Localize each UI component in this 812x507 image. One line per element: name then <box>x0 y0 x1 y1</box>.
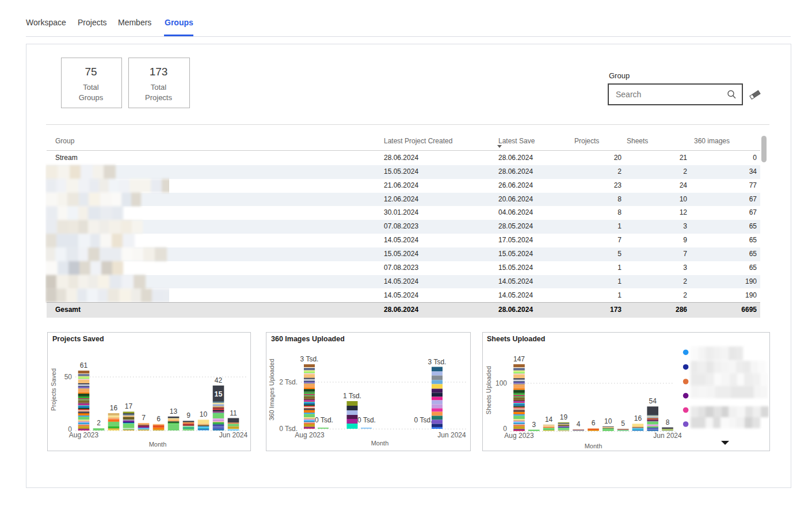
svg-text:15: 15 <box>215 390 223 398</box>
svg-text:360 Images Uploaded: 360 Images Uploaded <box>268 359 275 421</box>
svg-text:4: 4 <box>577 420 581 428</box>
svg-text:42: 42 <box>215 376 223 384</box>
svg-text:Jun 2024: Jun 2024 <box>219 431 248 439</box>
svg-text:19: 19 <box>560 413 568 421</box>
svg-text:3 Tsd.: 3 Tsd. <box>428 358 447 366</box>
svg-text:9: 9 <box>186 411 190 420</box>
svg-text:10: 10 <box>200 410 208 418</box>
svg-text:Month: Month <box>149 441 167 448</box>
svg-text:2 Tsd.: 2 Tsd. <box>279 378 298 386</box>
svg-text:3 Tsd.: 3 Tsd. <box>300 355 319 363</box>
svg-text:360 Images Uploaded: 360 Images Uploaded <box>271 335 345 343</box>
svg-text:13: 13 <box>170 407 178 415</box>
svg-text:Aug 2023: Aug 2023 <box>504 432 534 440</box>
svg-text:54: 54 <box>649 397 657 405</box>
svg-text:0 Tsd.: 0 Tsd. <box>414 416 433 424</box>
svg-text:16: 16 <box>110 404 118 412</box>
svg-text:Projects Saved: Projects Saved <box>52 335 104 343</box>
svg-text:7: 7 <box>142 414 146 422</box>
svg-text:Sheets Uploaded: Sheets Uploaded <box>487 335 545 343</box>
svg-text:50: 50 <box>64 373 73 381</box>
svg-text:14: 14 <box>545 415 553 424</box>
svg-text:11: 11 <box>230 409 237 417</box>
svg-text:1 Tsd.: 1 Tsd. <box>343 392 361 400</box>
svg-text:3: 3 <box>532 421 536 429</box>
svg-text:Jun 2024: Jun 2024 <box>653 432 682 440</box>
svg-text:6: 6 <box>157 415 161 423</box>
svg-text:Aug 2023: Aug 2023 <box>295 431 325 439</box>
svg-text:Sheets Uploaded: Sheets Uploaded <box>485 366 492 414</box>
svg-text:147: 147 <box>513 355 525 363</box>
svg-text:10: 10 <box>604 417 612 425</box>
svg-text:Projects Saved: Projects Saved <box>50 368 57 411</box>
svg-text:8: 8 <box>666 418 670 426</box>
svg-text:2: 2 <box>97 419 101 427</box>
svg-text:Month: Month <box>371 440 389 447</box>
svg-text:Aug 2023: Aug 2023 <box>69 431 99 439</box>
svg-text:0 Tsd.: 0 Tsd. <box>357 416 376 424</box>
svg-text:0 Tsd.: 0 Tsd. <box>315 416 333 424</box>
svg-text:61: 61 <box>80 361 88 369</box>
svg-text:17: 17 <box>125 402 133 410</box>
svg-text:16: 16 <box>634 414 642 422</box>
svg-text:6: 6 <box>592 419 596 427</box>
svg-text:Month: Month <box>585 443 603 449</box>
svg-text:5: 5 <box>621 420 625 428</box>
svg-text:Jun 2024: Jun 2024 <box>437 431 466 439</box>
svg-text:100: 100 <box>495 379 507 387</box>
